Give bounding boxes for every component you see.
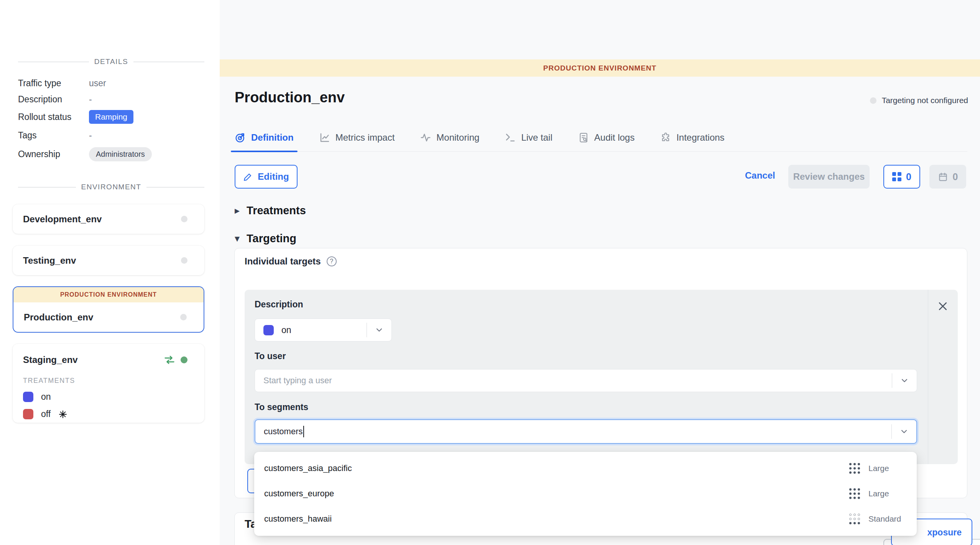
treatment-on-swatch	[23, 392, 33, 402]
treatment-select[interactable]: on	[255, 318, 392, 341]
segment-size-icon-standard	[849, 514, 860, 524]
chart-icon	[319, 132, 331, 143]
status-dot-green	[181, 356, 187, 363]
chevron-right-icon: ▸	[235, 205, 240, 217]
chevron-down-icon: ▾	[235, 233, 240, 245]
details-rows: Traffic type user Description - Rollout …	[18, 75, 204, 164]
swap-arrows-icon	[164, 355, 175, 365]
sidebar: DETAILS Traffic type user Description - …	[0, 0, 220, 545]
segments-dropdown: customers_asia_pacific Large customers_e…	[254, 452, 917, 536]
environment-heading: ENVIRONMENT	[18, 183, 204, 191]
env-card-production[interactable]: PRODUCTION ENVIRONMENT Production_env	[13, 286, 204, 333]
env-card-testing[interactable]: Testing_env	[13, 246, 204, 275]
segment-option-europe[interactable]: customers_europe Large	[254, 481, 917, 506]
segment-option-hawaii[interactable]: customers_hawaii Standard	[254, 506, 917, 532]
description-label: Description	[255, 299, 303, 310]
pending-changes-button[interactable]: 0	[883, 165, 920, 189]
segments-input[interactable]: customers	[255, 419, 917, 444]
tab-integrations[interactable]: Integrations	[660, 129, 724, 151]
segment-size-icon-large	[849, 488, 860, 499]
user-input-placeholder: Start typing a user	[263, 376, 892, 386]
targeting-status: Targeting not configured	[870, 96, 968, 105]
env-card-development[interactable]: Development_env	[13, 204, 204, 234]
env-card-staging[interactable]: Staging_env TREATMENTS on off	[13, 344, 204, 423]
status-dot-gray	[181, 216, 187, 222]
treatment-on-swatch	[263, 325, 274, 335]
treatments-section-toggle[interactable]: ▸ Treatments	[235, 204, 306, 217]
treatment-off-swatch	[23, 409, 33, 419]
tab-monitoring[interactable]: Monitoring	[420, 129, 479, 151]
text-caret	[303, 426, 304, 437]
tab-audit-logs[interactable]: Audit logs	[578, 129, 635, 151]
targeting-section-toggle[interactable]: ▾ Targeting	[235, 232, 296, 245]
ownership-chip[interactable]: Administrators	[89, 147, 152, 161]
to-user-label: To user	[255, 351, 286, 361]
segment-option-asia-pacific[interactable]: customers_asia_pacific Large	[254, 456, 917, 481]
detail-row-description: Description -	[18, 91, 204, 107]
audit-logs-icon	[578, 132, 589, 143]
to-segments-label: To segments	[255, 402, 308, 412]
rollout-status-badge: Ramping	[89, 110, 133, 124]
chevron-down-icon[interactable]	[367, 325, 391, 335]
default-treatment-asterisk-icon	[58, 410, 67, 419]
detail-row-rollout-status: Rollout status Ramping	[18, 107, 204, 126]
target-icon	[235, 132, 246, 143]
production-environment-banner: PRODUCTION ENVIRONMENT	[220, 59, 980, 77]
individual-targets-title: Individual targets	[245, 256, 321, 267]
target-definition-card: Description on To user Start typing a us…	[245, 290, 958, 464]
cancel-button[interactable]: Cancel	[745, 170, 775, 181]
review-changes-button[interactable]: Review changes	[788, 165, 870, 189]
details-heading: DETAILS	[18, 57, 204, 66]
tab-live-tail[interactable]: Live tail	[505, 129, 552, 151]
detail-row-traffic-type: Traffic type user	[18, 75, 204, 91]
editing-button[interactable]: Editing	[235, 165, 298, 189]
tab-bar: Definition Metrics impact Monitoring Liv…	[235, 129, 967, 152]
close-icon[interactable]	[937, 300, 949, 312]
treatment-off: off	[23, 409, 204, 419]
calendar-icon	[938, 172, 948, 182]
user-input[interactable]: Start typing a user	[255, 369, 917, 392]
tab-metrics-impact[interactable]: Metrics impact	[319, 129, 395, 151]
pulse-icon	[420, 132, 431, 143]
status-dot-gray	[181, 257, 187, 264]
status-dot-gray	[180, 314, 187, 320]
puzzle-icon	[660, 132, 671, 143]
chevron-down-icon[interactable]	[892, 427, 916, 436]
detail-row-tags: Tags -	[18, 126, 204, 144]
segment-size-icon-large	[849, 463, 860, 474]
grid-icon	[892, 172, 901, 181]
terminal-icon	[505, 132, 516, 143]
card-divider	[928, 290, 928, 464]
production-band: PRODUCTION ENVIRONMENT	[13, 287, 204, 302]
status-dot-gray	[870, 97, 876, 104]
tab-definition[interactable]: Definition	[235, 129, 294, 151]
help-icon[interactable]: ?	[327, 256, 337, 266]
treatment-on: on	[23, 392, 204, 402]
detail-row-ownership: Ownership Administrators	[18, 144, 204, 164]
scheduled-changes-button[interactable]: 0	[929, 165, 966, 189]
environment-title: Production_env	[235, 89, 345, 106]
pencil-icon	[243, 172, 253, 182]
chevron-down-icon[interactable]	[892, 376, 917, 385]
